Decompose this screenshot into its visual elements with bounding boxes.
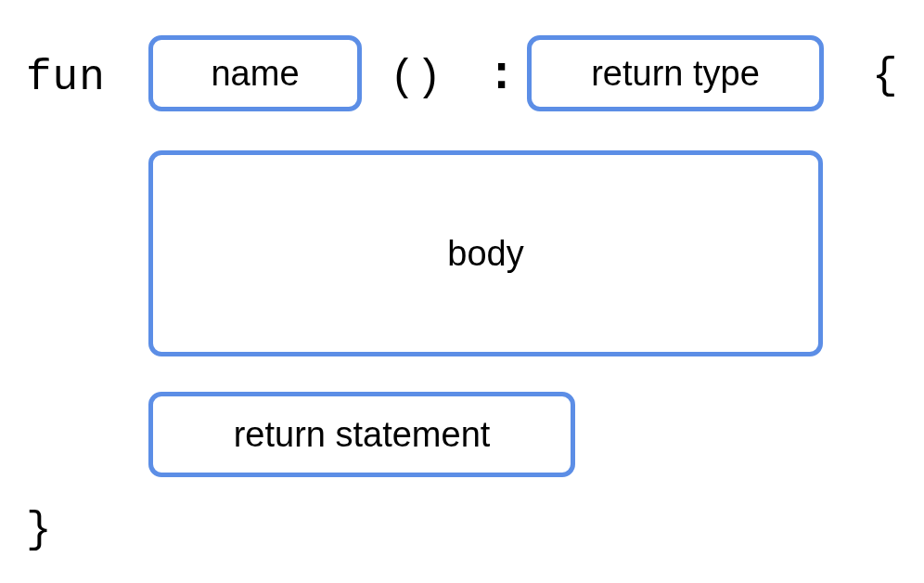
body-label: body <box>447 234 523 274</box>
open-brace: { <box>872 52 899 100</box>
name-slot: name <box>148 35 362 111</box>
colon: : <box>487 48 517 103</box>
fun-keyword: fun <box>26 54 106 102</box>
return-type-label: return type <box>591 54 760 94</box>
return-type-slot: return type <box>527 35 824 111</box>
parentheses: () <box>390 54 443 102</box>
return-statement-slot: return statement <box>148 392 575 477</box>
return-statement-label: return statement <box>234 415 491 455</box>
close-brace: } <box>26 506 53 554</box>
body-slot: body <box>148 150 823 356</box>
name-label: name <box>211 54 299 94</box>
